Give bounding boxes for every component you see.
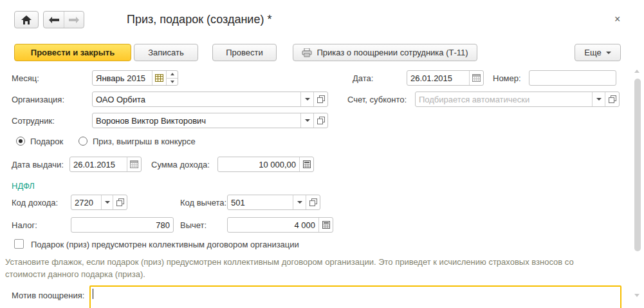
close-icon[interactable]: ×: [614, 14, 620, 24]
deduction-label: Вычет:: [180, 220, 207, 230]
date-field: [407, 70, 484, 86]
income-sum-calculator-button[interactable]: [299, 157, 313, 171]
radio-gift[interactable]: [16, 137, 25, 146]
account-dropdown-button[interactable]: [592, 92, 605, 106]
organization-input[interactable]: [93, 92, 300, 106]
month-picker-button[interactable]: [152, 71, 166, 85]
deduction-code-dropdown-button[interactable]: [293, 195, 306, 209]
printer-icon: [302, 48, 312, 57]
income-code-label: Код дохода:: [12, 198, 58, 207]
tax-input[interactable]: [71, 218, 173, 232]
deduction-code-label: Код вычета:: [180, 198, 226, 207]
tax-field: [71, 217, 174, 233]
deduction-calculator-button[interactable]: [318, 218, 333, 232]
deduction-code-open-button[interactable]: [306, 195, 320, 209]
income-code-input[interactable]: [71, 195, 101, 209]
collective-agreement-checkbox[interactable]: [14, 239, 24, 249]
print-order-label: Приказ о поощрении сотрудника (Т-11): [317, 48, 468, 57]
number-input[interactable]: [529, 71, 616, 85]
month-spinner: [166, 71, 178, 85]
calendar-icon: [472, 74, 481, 82]
hint-text: Установите флажок, если подарок (приз) п…: [5, 256, 592, 280]
radio-prize-label: Приз, выигрыш в конкурсе: [93, 137, 196, 146]
motive-label: Мотив поощрения:: [12, 291, 84, 300]
income-sum-field: [217, 157, 314, 172]
collective-agreement-label: Подарок (приз) предусмотрен коллективным…: [31, 240, 299, 249]
open-picker-icon: [317, 95, 325, 103]
forward-arrow-icon: [69, 17, 79, 23]
chevron-down-icon: [305, 98, 310, 101]
deduction-input[interactable]: [228, 218, 318, 232]
month-input[interactable]: [93, 71, 152, 85]
open-picker-icon: [609, 95, 616, 103]
open-picker-icon: [309, 198, 317, 206]
income-code-dropdown-button[interactable]: [101, 195, 113, 209]
employee-dropdown-button[interactable]: [300, 113, 313, 128]
spin-up-icon[interactable]: [167, 71, 178, 78]
income-code-open-button[interactable]: [113, 195, 127, 209]
write-button[interactable]: Записать: [134, 44, 198, 61]
open-picker-icon: [116, 198, 124, 206]
gift-document-window: Приз, подарок (создание) * × Провести и …: [0, 0, 644, 308]
calendar-icon: [130, 160, 138, 168]
motive-input[interactable]: [93, 287, 620, 300]
history-nav-group: [43, 11, 84, 28]
issue-date-label: Дата выдачи:: [12, 160, 64, 169]
organization-dropdown-button[interactable]: [300, 92, 313, 106]
print-order-t11-button[interactable]: Приказ о поощрении сотрудника (Т-11): [293, 44, 477, 61]
number-label: Номер:: [493, 73, 521, 83]
open-picker-icon: [317, 117, 325, 124]
income-code-field: [71, 195, 127, 210]
post-label: Провести: [226, 48, 263, 57]
employee-label: Сотрудник:: [12, 116, 55, 126]
motive-field[interactable]: [89, 285, 621, 308]
employee-field: [92, 113, 328, 128]
post-and-close-button[interactable]: Провести и закрыть: [14, 44, 131, 61]
employee-input[interactable]: [93, 113, 300, 128]
spin-down-icon[interactable]: [167, 78, 178, 86]
issue-date-picker-button[interactable]: [127, 157, 141, 171]
organization-label: Организация:: [12, 95, 64, 104]
radio-gift-label: Подарок: [30, 137, 63, 146]
table-calendar-icon: [155, 74, 163, 82]
date-picker-button[interactable]: [469, 71, 483, 85]
back-button[interactable]: [44, 12, 64, 28]
month-field: [92, 70, 178, 86]
issue-date-input[interactable]: [70, 157, 127, 171]
account-field: [415, 91, 620, 107]
chevron-down-icon: [596, 98, 602, 101]
page-title: Приз, подарок (создание) *: [127, 13, 271, 26]
write-label: Записать: [148, 48, 184, 57]
employee-open-button[interactable]: [313, 113, 327, 128]
account-label: Счет, субконто:: [347, 95, 407, 104]
month-label: Месяц:: [12, 73, 39, 83]
calculator-icon: [303, 160, 311, 168]
scrollbar-up-icon[interactable]: [634, 70, 639, 73]
account-open-button[interactable]: [605, 92, 619, 106]
home-icon: [21, 15, 32, 24]
chevron-down-icon: [297, 201, 302, 204]
number-field: [529, 70, 616, 86]
post-and-close-label: Провести и закрыть: [31, 48, 115, 57]
more-label: Еще: [584, 48, 601, 57]
post-button[interactable]: Провести: [212, 44, 277, 61]
tax-label: Налог:: [12, 220, 37, 230]
income-sum-label: Сумма дохода:: [151, 160, 210, 169]
date-label: Дата:: [353, 73, 373, 83]
account-input[interactable]: [416, 92, 592, 106]
organization-field: [92, 91, 328, 107]
deduction-code-field: [227, 195, 320, 210]
more-button[interactable]: Еще: [575, 44, 621, 61]
issue-date-field: [69, 157, 142, 172]
deduction-field: [227, 217, 333, 233]
deduction-code-input[interactable]: [228, 195, 293, 209]
organization-open-button[interactable]: [313, 92, 327, 106]
chevron-down-icon: [606, 52, 611, 54]
income-sum-input[interactable]: [218, 157, 299, 171]
forward-button[interactable]: [64, 12, 84, 28]
radio-prize[interactable]: [78, 137, 87, 146]
date-input[interactable]: [407, 71, 469, 85]
home-button[interactable]: [14, 11, 39, 28]
scrollbar-thumb[interactable]: [634, 79, 641, 251]
scrollbar-down-icon[interactable]: [634, 294, 639, 297]
